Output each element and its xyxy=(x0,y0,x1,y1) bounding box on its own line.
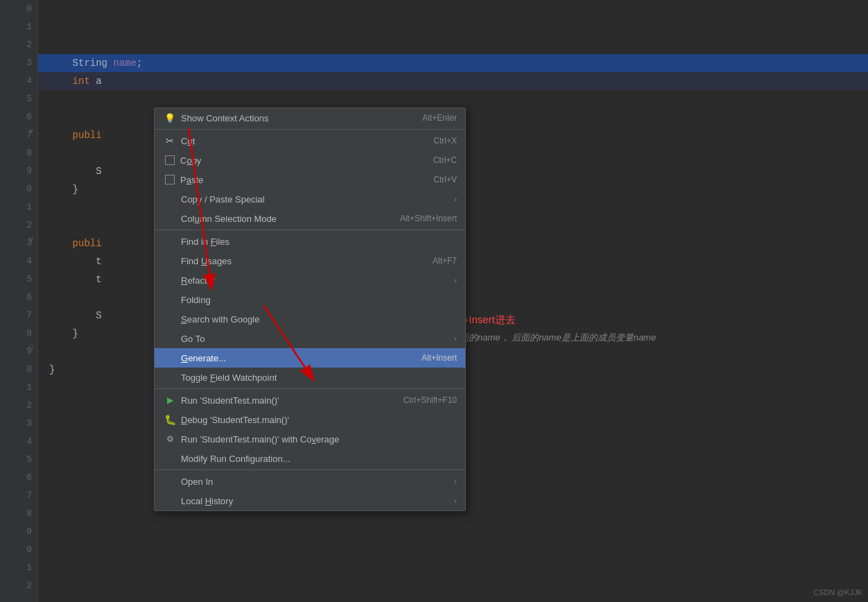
show-context-label: Show Context Actions xyxy=(181,113,422,123)
menu-toggle-watchpoint[interactable]: Toggle Field Watchpoint xyxy=(155,368,465,387)
find-usages-label: Find Usages xyxy=(181,256,433,266)
watchpoint-icon xyxy=(163,370,177,384)
line-num-0: 0 xyxy=(0,0,37,18)
line-num-17: 7 xyxy=(0,307,37,325)
line-num-1: 1 xyxy=(0,18,37,36)
menu-go-to[interactable]: Go To › xyxy=(155,329,465,348)
line-num-14: 4 xyxy=(0,252,37,270)
menu-run-main[interactable]: ▶ Run 'StudentTest.main()' Ctrl+Shift+F1… xyxy=(155,390,465,410)
code-line-5 xyxy=(38,90,868,108)
find-usages-icon xyxy=(163,254,177,268)
menu-copy-paste-special[interactable]: Copy / Paste Special › xyxy=(155,189,465,209)
divider-1 xyxy=(155,129,465,130)
code-line-1 xyxy=(38,18,868,36)
copy-shortcut: Ctrl+C xyxy=(433,155,457,165)
line-num-28: 8 xyxy=(0,505,37,523)
annotation-2: 里面的name， 后面的name是上面的成员变量name xyxy=(451,332,656,344)
menu-column-selection[interactable]: Column Selection Mode Alt+Shift+Insert xyxy=(155,209,465,228)
line-num-21: 1 xyxy=(0,379,37,397)
menu-debug-main[interactable]: 🐛 Debug 'StudentTest.main()' xyxy=(155,410,465,429)
line-num-18: 8 xyxy=(0,325,37,343)
column-selection-icon xyxy=(163,212,177,225)
code-line-4: int a xyxy=(38,72,868,90)
fold-icon-13[interactable]: ▽ xyxy=(26,234,36,244)
divider-3 xyxy=(155,388,465,389)
line-num-20: 0 xyxy=(0,361,37,379)
generate-shortcut: Alt+Insert xyxy=(422,353,457,363)
go-to-arrow: › xyxy=(454,334,457,343)
refactor-arrow: › xyxy=(454,276,457,284)
find-files-icon xyxy=(163,234,177,248)
line-num-9: 9 xyxy=(0,162,37,180)
modify-run-icon xyxy=(163,452,177,465)
menu-paste[interactable]: Paste Ctrl+V xyxy=(155,170,465,189)
fold-icon-20[interactable]: □ xyxy=(26,343,36,352)
coverage-icon: ⚙ xyxy=(163,432,177,446)
line-num-26: 6 xyxy=(0,469,37,487)
cut-label: Cut xyxy=(181,136,433,146)
watchpoint-label: Toggle Field Watchpoint xyxy=(181,372,457,383)
local-history-arrow: › xyxy=(454,497,457,505)
paste-shortcut: Ctrl+V xyxy=(433,175,457,184)
menu-copy[interactable]: Copy Ctrl+C xyxy=(155,150,465,170)
divider-4 xyxy=(155,470,465,470)
line-num-22: 2 xyxy=(0,397,37,415)
copy-icon xyxy=(165,155,175,165)
menu-cut[interactable]: ✂ Cut Ctrl+X xyxy=(155,131,465,150)
line-num-25: 5 xyxy=(0,451,37,469)
menu-generate[interactable]: Generate... Alt+Insert xyxy=(155,348,465,368)
generate-label: Generate... xyxy=(181,353,422,363)
line-num-30: 0 xyxy=(0,541,37,559)
show-context-shortcut: Alt+Enter xyxy=(422,113,457,123)
lightbulb-icon: 💡 xyxy=(163,111,177,125)
line-num-29: 9 xyxy=(0,523,37,541)
folding-label: Folding xyxy=(181,295,457,305)
local-history-label: Local History xyxy=(181,496,449,506)
menu-show-context-actions[interactable]: 💡 Show Context Actions Alt+Enter xyxy=(155,108,465,128)
menu-folding[interactable]: Folding xyxy=(155,290,465,309)
fold-icon-7[interactable]: ▽ xyxy=(26,126,36,136)
run-icon: ▶ xyxy=(163,393,177,407)
line-number-gutter: 0 1 2 3 4 5 6 7 8 9 0 1 2 3 4 5 6 7 8 9 … xyxy=(0,0,38,602)
code-line-2 xyxy=(38,36,868,54)
run-coverage-label: Run 'StudentTest.main()' with Coverage xyxy=(181,434,457,445)
menu-find-in-files[interactable]: Find in Files xyxy=(155,232,465,251)
line-num-24: 4 xyxy=(0,433,37,451)
refactor-icon xyxy=(163,273,177,287)
open-in-arrow: › xyxy=(454,477,457,485)
find-files-label: Find in Files xyxy=(181,237,457,247)
local-history-icon xyxy=(163,494,177,508)
line-num-3: 3 xyxy=(0,54,37,72)
line-num-23: 3 xyxy=(0,415,37,433)
go-to-label: Go To xyxy=(181,334,449,344)
open-in-label: Open In xyxy=(181,476,449,487)
open-in-icon xyxy=(163,474,177,488)
line-num-11: 1 xyxy=(0,198,37,216)
run-main-shortcut: Ctrl+Shift+F10 xyxy=(403,395,457,405)
watermark: CSDN @KJJK xyxy=(813,588,862,596)
generate-icon xyxy=(163,351,177,365)
menu-modify-run[interactable]: Modify Run Configuration... xyxy=(155,449,465,468)
copy-paste-special-label: Copy / Paste Special xyxy=(181,194,449,205)
menu-open-in[interactable]: Open In › xyxy=(155,472,465,491)
code-line-3: String name; xyxy=(38,54,868,72)
menu-find-usages[interactable]: Find Usages Alt+F7 xyxy=(155,251,465,270)
line-num-4: 4 xyxy=(0,72,37,90)
folding-icon xyxy=(163,293,177,307)
search-google-label: Search with Google xyxy=(181,314,457,325)
context-menu: 💡 Show Context Actions Alt+Enter ✂ Cut C… xyxy=(154,108,466,511)
modify-run-label: Modify Run Configuration... xyxy=(181,454,457,464)
copy-paste-special-arrow: › xyxy=(454,195,457,203)
line-num-6: 6 xyxy=(0,108,37,126)
debug-icon: 🐛 xyxy=(163,413,177,427)
line-num-12: 2 xyxy=(0,216,37,234)
menu-run-coverage[interactable]: ⚙ Run 'StudentTest.main()' with Coverage xyxy=(155,429,465,449)
menu-refactor[interactable]: Refactor › xyxy=(155,270,465,290)
run-main-label: Run 'StudentTest.main()' xyxy=(181,395,403,406)
menu-local-history[interactable]: Local History › xyxy=(155,491,465,510)
menu-search-google[interactable]: Search with Google xyxy=(155,309,465,329)
line-num-8: 8 xyxy=(0,144,37,162)
debug-main-label: Debug 'StudentTest.main()' xyxy=(181,415,457,425)
find-usages-shortcut: Alt+F7 xyxy=(433,256,457,266)
paste-label: Paste xyxy=(180,175,433,185)
